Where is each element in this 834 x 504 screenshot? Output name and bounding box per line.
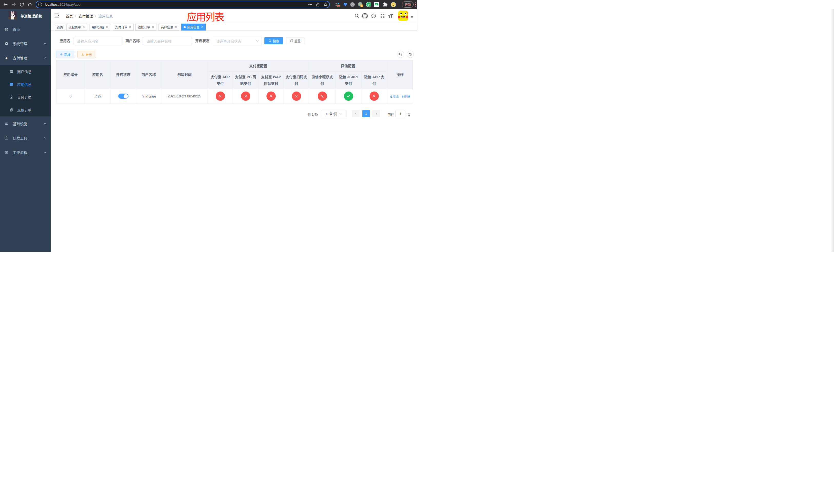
svg-text:1: 1	[361, 5, 363, 7]
svg-text:¥: ¥	[11, 96, 12, 98]
svg-text:¥: ¥	[5, 56, 8, 60]
svg-text:y: y	[368, 3, 370, 6]
svg-text:10: 10	[337, 5, 339, 7]
